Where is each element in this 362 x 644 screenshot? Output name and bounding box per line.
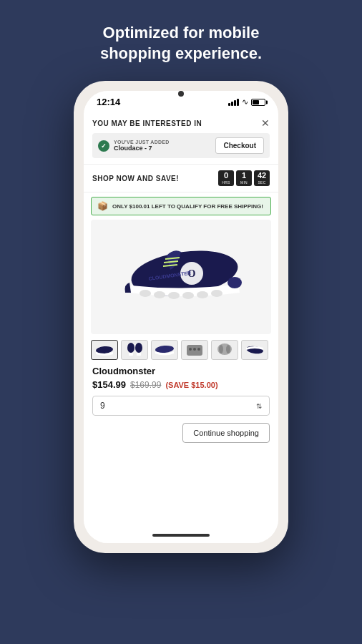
svg-point-12	[228, 277, 242, 288]
added-row: ✓ YOU'VE JUST ADDED Cloudace - 7 Checkou…	[92, 133, 270, 158]
product-info: Cloudmonster $154.99 $169.99 (SAVE $15.0…	[84, 366, 278, 430]
svg-point-22	[193, 348, 196, 351]
added-product-name: Cloudace - 7	[114, 145, 170, 152]
svg-point-23	[197, 348, 200, 351]
home-indicator	[84, 527, 278, 543]
shipping-banner: 📦 ONLY $100.01 LEFT TO QUALIFY FOR FREE …	[91, 197, 271, 215]
svg-point-21	[189, 348, 192, 351]
svg-point-9	[182, 292, 194, 299]
wifi-icon: ∿	[242, 97, 248, 107]
modal-header: YOU MAY BE INTERESTED IN ✕ ✓ YOU'VE JUST…	[84, 110, 278, 165]
modal-title: YOU MAY BE INTERESTED IN	[92, 119, 202, 127]
modal-content: YOU MAY BE INTERESTED IN ✕ ✓ YOU'VE JUST…	[84, 110, 278, 527]
thumb-4[interactable]	[181, 340, 208, 360]
home-bar	[152, 534, 210, 537]
price-row: $154.99 $169.99 (SAVE $15.00)	[92, 379, 270, 390]
page-headline: Optimized for mobile shopping experience…	[100, 23, 262, 64]
added-label: YOU'VE JUST ADDED	[114, 140, 170, 145]
thumb-1[interactable]	[91, 340, 118, 360]
price-original: $169.99	[130, 380, 161, 390]
box-icon: 📦	[97, 201, 108, 211]
timer-hours: 0 HRS	[218, 170, 234, 186]
product-image: O	[91, 220, 271, 334]
price-save: (SAVE $15.00)	[165, 381, 217, 389]
price-current: $154.99	[92, 379, 126, 390]
battery-icon	[251, 99, 265, 106]
thumb-2[interactable]	[121, 340, 148, 360]
svg-point-11	[211, 290, 222, 297]
timer-minutes: 1 MIN	[236, 170, 252, 186]
thumb-3[interactable]	[151, 340, 178, 360]
svg-point-25	[219, 345, 223, 353]
shoe-illustration: O	[109, 234, 253, 320]
phone-screen: 12:14 ∿ YOU MAY BE INTERESTED IN ✕	[84, 91, 278, 543]
timer-seconds: 42 SEC	[254, 170, 270, 186]
added-text-block: YOU'VE JUST ADDED Cloudace - 7	[114, 140, 170, 152]
continue-shopping-button[interactable]: Continue shopping	[182, 423, 270, 443]
checkout-button[interactable]: Checkout	[215, 137, 264, 154]
shop-now-label: SHOP NOW AND SAVE!	[92, 175, 179, 182]
phone-shell: 12:14 ∿ YOU MAY BE INTERESTED IN ✕	[74, 81, 288, 553]
svg-point-26	[226, 345, 230, 353]
size-value: 9	[100, 401, 105, 411]
product-name: Cloudmonster	[92, 366, 270, 376]
close-button[interactable]: ✕	[261, 117, 270, 129]
svg-point-7	[154, 291, 165, 298]
svg-point-10	[197, 291, 208, 298]
countdown-timer: 0 HRS 1 MIN 42 SEC	[218, 170, 270, 186]
camera-notch	[178, 91, 184, 97]
svg-point-15	[127, 343, 134, 353]
size-selector[interactable]: 9 ⇅	[92, 396, 270, 416]
signal-icon	[228, 99, 239, 106]
thumbnail-strip	[84, 334, 278, 366]
svg-rect-17	[129, 353, 133, 356]
svg-point-16	[135, 343, 142, 353]
check-icon: ✓	[98, 140, 109, 152]
thumb-6[interactable]	[241, 340, 268, 360]
chevron-updown-icon: ⇅	[256, 402, 262, 410]
timer-row: SHOP NOW AND SAVE! 0 HRS 1 MIN 42 SEC	[84, 165, 278, 192]
shipping-text: ONLY $100.01 LEFT TO QUALIFY FOR FREE SH…	[112, 203, 263, 210]
svg-point-6	[140, 290, 151, 297]
modal-title-row: YOU MAY BE INTERESTED IN ✕	[92, 117, 270, 129]
svg-rect-18	[137, 353, 141, 356]
status-time: 12:14	[97, 97, 120, 107]
thumb-5[interactable]	[211, 340, 238, 360]
added-left: ✓ YOU'VE JUST ADDED Cloudace - 7	[98, 140, 170, 152]
svg-point-8	[168, 292, 180, 299]
status-icons: ∿	[228, 97, 265, 107]
